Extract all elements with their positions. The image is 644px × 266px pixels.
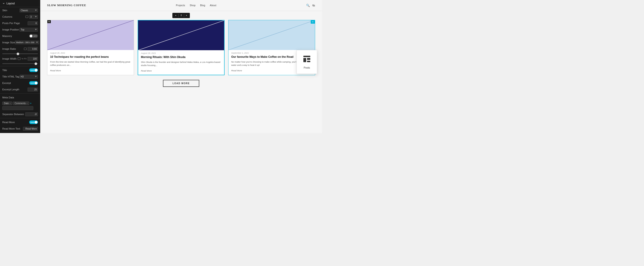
- blog-nav: SLOW MORNING COFFEE Projects Shop Blog A…: [40, 0, 322, 11]
- toolbar-add-icon[interactable]: +: [174, 14, 178, 17]
- post-image-2: [138, 20, 224, 50]
- read-more-text-input[interactable]: [23, 127, 38, 131]
- image-position-select[interactable]: Top: [20, 28, 38, 32]
- masonry-row: Masonry OFF: [0, 33, 40, 39]
- masonry-toggle[interactable]: OFF: [29, 34, 38, 38]
- svg-rect-6: [307, 61, 310, 62]
- read-more-text-label: Read More Text: [2, 127, 20, 130]
- title-toggle[interactable]: SHOW: [29, 68, 38, 72]
- posts-grid-container: + ⠿ × ⊞: [40, 11, 322, 96]
- read-more-toggle-label: SHOW: [30, 121, 36, 123]
- divider-3: [0, 118, 40, 118]
- post-read-more-2[interactable]: Read More: [141, 69, 152, 72]
- image-width-label: Image Width: [2, 57, 16, 60]
- nav-about[interactable]: About: [210, 4, 216, 7]
- toolbar-close-icon[interactable]: ×: [185, 14, 188, 17]
- svg-line-1: [138, 20, 224, 50]
- image-size-label: Image Size: [2, 41, 15, 44]
- separator-between-label: Separator Between: [2, 113, 24, 116]
- meta-input-field[interactable]: [2, 106, 33, 110]
- skin-label: Skin: [2, 9, 7, 12]
- image-width-unit: % PX: [21, 58, 27, 60]
- image-size-select[interactable]: Medium - 300 x 300: [15, 41, 39, 44]
- meta-tag-comments-label: Comments: [14, 102, 26, 105]
- load-more-row: LOAD MORE: [47, 75, 315, 92]
- post-image-placeholder-2: [138, 20, 224, 50]
- diagonal-line-3: [228, 20, 315, 50]
- posts-per-page-input[interactable]: [28, 21, 38, 25]
- main-area: SLOW MORNING COFFEE Projects Shop Blog A…: [40, 0, 322, 133]
- image-ratio-input[interactable]: [28, 47, 38, 51]
- toolbar-divider-1: [178, 14, 178, 17]
- columns-select[interactable]: 3: [29, 15, 38, 19]
- layout-label: Layout: [6, 2, 15, 5]
- edit-pencil-3[interactable]: ✏: [311, 20, 315, 24]
- meta-tag-date[interactable]: Date ×: [2, 102, 12, 105]
- posts-toolbar-bar: + ⠿ ×: [172, 13, 190, 18]
- blog-logo: SLOW MORNING COFFEE: [47, 4, 86, 7]
- meta-data-label: Meta Data: [2, 96, 14, 99]
- load-more-button[interactable]: LOAD MORE: [163, 80, 200, 87]
- nav-blog[interactable]: Blog: [200, 4, 205, 7]
- post-image-placeholder-1: [47, 20, 134, 50]
- diagonal-line-1: [47, 20, 134, 50]
- excerpt-length-input[interactable]: [28, 88, 38, 92]
- posts-per-page-row: Posts Per Page: [0, 20, 40, 26]
- title-html-tag-row: Title HTML Tag H3: [0, 73, 40, 80]
- edit-handle-1[interactable]: ⊞: [47, 20, 51, 23]
- posts-popup: Posts: [296, 50, 317, 74]
- read-more-toggle[interactable]: SHOW: [29, 120, 38, 124]
- monitor-icon: [26, 15, 28, 18]
- meta-add-button[interactable]: +: [30, 102, 32, 105]
- divider-2: [0, 93, 40, 94]
- posts-per-page-label: Posts Per Page: [2, 22, 20, 24]
- post-image-3: [228, 20, 315, 50]
- posts-popup-icon: [303, 55, 311, 64]
- search-icon[interactable]: 🔍: [306, 4, 310, 7]
- masonry-label: Masonry: [2, 35, 12, 37]
- image-width-thumb[interactable]: [34, 62, 37, 65]
- post-date-1: August 26, 2021: [50, 52, 131, 54]
- posts-popup-label: Posts: [304, 66, 310, 69]
- nav-shop[interactable]: Shop: [190, 4, 196, 7]
- read-more-text-row: Read More Text: [0, 126, 40, 132]
- title-toggle-label: SHOW: [30, 69, 36, 71]
- blog-nav-links: Projects Shop Blog About: [176, 4, 216, 7]
- svg-rect-4: [304, 58, 306, 62]
- svg-line-0: [47, 20, 134, 50]
- divider-1: [0, 66, 40, 66]
- posts-toolbar: + ⠿ ×: [47, 11, 315, 20]
- image-size-row: Image Size Medium - 300 x 300: [0, 39, 40, 46]
- image-ratio-track: [2, 53, 38, 54]
- post-read-more-3[interactable]: Read More: [231, 69, 242, 72]
- collapse-icon[interactable]: [2, 2, 5, 5]
- separator-between-row: Separator Between: [0, 111, 40, 118]
- meta-data-row: Meta Data: [0, 94, 40, 101]
- image-ratio-label: Image Ratio: [2, 47, 16, 50]
- svg-line-2: [228, 20, 315, 50]
- image-position-label: Image Position: [2, 28, 19, 31]
- excerpt-length-label: Excerpt Length: [2, 88, 19, 91]
- image-ratio-thumb[interactable]: [16, 52, 19, 55]
- sidebar: Layout Skin Classic Columns 3 Posts Per …: [0, 0, 40, 133]
- toolbar-grid-icon[interactable]: ⠿: [180, 14, 183, 17]
- read-more-label: Read More: [2, 121, 15, 124]
- excerpt-toggle[interactable]: SHOW: [29, 81, 38, 85]
- separator-between-input[interactable]: [25, 112, 38, 116]
- meta-tag-date-remove[interactable]: ×: [10, 102, 10, 105]
- post-card-3: ✏ September 1, 2021 Our favourite Ways t…: [228, 20, 315, 75]
- skin-select[interactable]: Classic: [20, 8, 38, 12]
- bag-icon[interactable]: 🛍: [312, 4, 315, 7]
- image-width-input[interactable]: [28, 57, 38, 61]
- meta-tag-comments-remove[interactable]: ×: [26, 102, 28, 105]
- post-card-2: August 28, 2021 Morning Rituals: With Sh…: [138, 20, 224, 75]
- post-read-more-1[interactable]: Read More: [50, 69, 61, 72]
- skin-row: Skin Classic: [0, 7, 40, 13]
- nav-projects[interactable]: Projects: [176, 4, 185, 7]
- blog-preview: SLOW MORNING COFFEE Projects Shop Blog A…: [40, 0, 322, 133]
- title-html-tag-label: Title HTML Tag: [2, 75, 19, 78]
- title-html-tag-select[interactable]: H3: [20, 75, 38, 79]
- meta-tag-comments[interactable]: Comments ×: [13, 102, 29, 105]
- title-row: Title SHOW: [0, 67, 40, 73]
- masonry-toggle-label: OFF: [33, 35, 37, 37]
